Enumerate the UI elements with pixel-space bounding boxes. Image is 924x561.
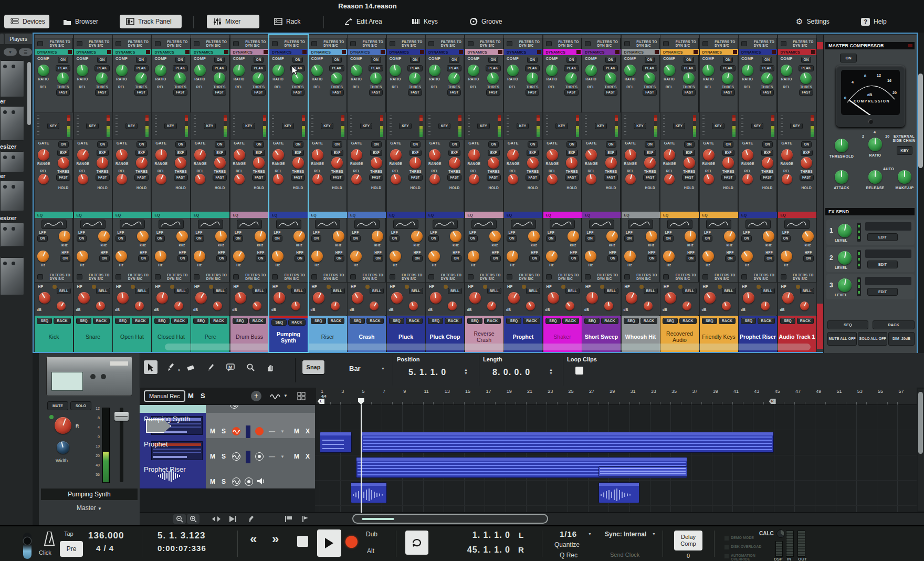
hpf-on-button[interactable]: ON: [373, 255, 383, 262]
knob[interactable]: [704, 174, 714, 184]
peak-button[interactable]: PEAK: [369, 65, 383, 71]
filters-to-dyn-button[interactable]: [781, 274, 786, 279]
knob[interactable]: [450, 231, 461, 242]
channel-mute-button[interactable]: MUTE: [47, 401, 68, 410]
exp-button[interactable]: EXP: [644, 150, 656, 156]
hf-mini-knob[interactable]: [405, 285, 409, 289]
lpf-on-button[interactable]: ON: [311, 235, 322, 242]
filters-to-dyn-button[interactable]: [233, 274, 239, 279]
eq-curve-button[interactable]: [315, 220, 340, 229]
filters-to-dyn-button[interactable]: [116, 41, 121, 46]
seq-focus-button[interactable]: SEQ: [428, 318, 443, 324]
knob[interactable]: [507, 149, 519, 161]
exp-button[interactable]: EXP: [488, 150, 500, 156]
gate-on-button[interactable]: ON: [606, 141, 616, 148]
fast-button[interactable]: FAST: [682, 174, 696, 181]
knob[interactable]: [97, 157, 108, 169]
knob[interactable]: [743, 292, 754, 304]
knob[interactable]: [781, 65, 792, 76]
exp-button[interactable]: EXP: [801, 150, 813, 156]
knob[interactable]: [665, 292, 676, 304]
knob[interactable]: [489, 231, 501, 242]
eq-curve-button[interactable]: [41, 220, 67, 229]
master-comp-on-button[interactable]: ON: [840, 54, 857, 63]
fast-button[interactable]: FAST: [486, 89, 500, 96]
knob[interactable]: [350, 251, 362, 262]
lpf-on-button[interactable]: ON: [702, 235, 713, 242]
rack-focus-button[interactable]: RACK: [640, 318, 657, 324]
gate-on-button[interactable]: ON: [332, 141, 342, 148]
rack-focus-button[interactable]: RACK: [54, 318, 70, 324]
knob[interactable]: [137, 231, 149, 242]
track-row-prophet-riser[interactable]: Prophet RiserMS: [140, 463, 316, 489]
peak-button[interactable]: PEAK: [329, 65, 344, 71]
track-record-button[interactable]: [245, 477, 253, 486]
filters-to-dyn-button[interactable]: [272, 41, 278, 46]
hf-mini-knob[interactable]: [287, 285, 291, 289]
knob[interactable]: [429, 149, 440, 161]
knob[interactable]: [469, 292, 481, 304]
comp-on-button[interactable]: ON: [254, 57, 264, 63]
knob[interactable]: [57, 72, 69, 84]
master-seq-button[interactable]: SEQ: [827, 320, 868, 329]
knob[interactable]: [781, 149, 793, 161]
knob[interactable]: [565, 72, 577, 84]
manual-rec-button[interactable]: Manual Rec: [144, 390, 185, 402]
hf-mini-knob[interactable]: [718, 285, 722, 289]
sequencer-scroll-thumb[interactable]: [918, 392, 923, 454]
knob[interactable]: [156, 292, 168, 304]
knob[interactable]: [644, 157, 656, 169]
mixer-horizontal-scrollbar[interactable]: [165, 344, 811, 350]
knob[interactable]: [135, 72, 147, 84]
knob[interactable]: [682, 302, 691, 310]
filters-to-dyn-button[interactable]: [781, 41, 786, 46]
rack-focus-button[interactable]: RACK: [719, 318, 736, 324]
comp-on-button[interactable]: ON: [292, 57, 303, 63]
peak-button[interactable]: PEAK: [212, 65, 227, 71]
knob[interactable]: [547, 149, 558, 161]
knob[interactable]: [547, 174, 558, 184]
rack-focus-button[interactable]: RACK: [328, 318, 344, 324]
track-record-button[interactable]: [255, 427, 264, 435]
hpf-on-button[interactable]: ON: [490, 255, 501, 262]
send-level-knob[interactable]: [838, 224, 852, 237]
knob[interactable]: [390, 65, 401, 76]
hf-mini-knob[interactable]: [248, 285, 253, 289]
fast-button[interactable]: FAST: [447, 89, 461, 96]
knob[interactable]: [175, 157, 186, 169]
track-automation-icon[interactable]: [232, 477, 240, 486]
seq-focus-button[interactable]: SEQ: [506, 318, 521, 324]
fast-button[interactable]: FAST: [721, 174, 736, 181]
knob[interactable]: [508, 174, 518, 184]
key-button[interactable]: KEY: [164, 123, 176, 129]
knob[interactable]: [409, 302, 418, 310]
track-color-chip[interactable]: [246, 425, 250, 438]
gate-on-button[interactable]: ON: [136, 141, 147, 148]
bell-button[interactable]: BELL: [174, 288, 188, 294]
eq-curve-button[interactable]: [237, 220, 262, 229]
toolbar-button-mixer[interactable]: Mixer: [207, 15, 259, 28]
comp-on-button[interactable]: ON: [527, 57, 538, 63]
bell-button[interactable]: BELL: [331, 288, 345, 294]
knob[interactable]: [234, 174, 245, 184]
filters-to-dyn-button[interactable]: [116, 274, 121, 279]
knob[interactable]: [644, 302, 653, 310]
lpf-on-button[interactable]: ON: [116, 235, 126, 242]
eq-curve-button[interactable]: [471, 220, 497, 229]
toolbar-button-rack[interactable]: Rack: [268, 15, 308, 28]
fast-button[interactable]: FAST: [251, 89, 266, 96]
track-row-pumping-synth[interactable]: Pumping SynthMS—▼MX: [140, 413, 316, 439]
exp-button[interactable]: EXP: [253, 150, 265, 156]
dim-button[interactable]: DIM -20dB: [888, 332, 915, 346]
settings-button[interactable]: ⚙ Settings: [790, 15, 836, 28]
lpf-on-button[interactable]: ON: [77, 235, 87, 242]
knob[interactable]: [761, 302, 770, 310]
gate-on-button[interactable]: ON: [254, 141, 264, 148]
knob[interactable]: [722, 72, 733, 84]
key-button[interactable]: KEY: [360, 123, 372, 129]
knob[interactable]: [331, 302, 340, 310]
exp-button[interactable]: EXP: [370, 150, 382, 156]
sequencer-scroll-track[interactable]: [918, 389, 924, 511]
lane-mute-button[interactable]: M: [294, 453, 299, 460]
send-name-slot[interactable]: [865, 277, 911, 285]
